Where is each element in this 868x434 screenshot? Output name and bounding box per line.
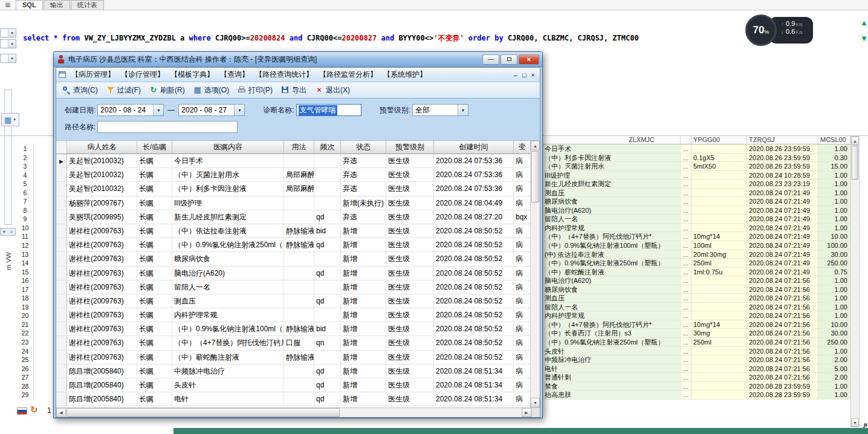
bg-row-number[interactable]: 24	[17, 347, 33, 356]
pin-icon[interactable]	[860, 423, 868, 430]
scrollbar-thumb[interactable]	[66, 408, 340, 417]
bg-table-row[interactable]: （中）0.9%氯化钠注射液250ml（塑瓶） ... 250ml 2020.08…	[543, 338, 850, 347]
bg-cell-more-button[interactable]: ...	[681, 259, 691, 268]
bg-row-number[interactable]: 19	[17, 303, 33, 312]
bg-row-number[interactable]: 6	[17, 189, 33, 198]
bg-table-row[interactable]: （中）（4+7替换）阿托伐他汀钙片* ... 10mg*14 2020.08.2…	[543, 232, 850, 241]
row-selector-cell[interactable]	[56, 280, 67, 294]
tab-sql[interactable]: SQL	[16, 0, 43, 10]
date-from-picker[interactable]: 2020 - 08 - 24 ▼	[97, 104, 164, 116]
bg-table-row[interactable]: （中）0.9%氯化钠注射液100ml（塑瓶） ... 100ml 2020.08…	[543, 241, 850, 250]
query-button[interactable]: 查询(C)	[59, 84, 102, 97]
options-button[interactable]: ▦ 选项(O)	[190, 84, 233, 97]
column-header-tzrqsj[interactable]: TZRQSJ	[747, 136, 818, 144]
bg-table-row[interactable]: 普通针刺 ... 2020.08.24 07:21:56 2.00	[543, 373, 850, 382]
order-row[interactable]: 谢祥柱(2009763) 长嘱 （中）依达拉奉注射液 静脉输液 bid 新增 医…	[56, 224, 530, 238]
bg-table-row[interactable]: 头皮针 ... 2020.08.24 07:21:56 1.00	[543, 347, 850, 356]
order-row[interactable]: 吴起智(2010032) 长嘱 （中）利多卡因注射液 局部麻醉 弃选 医生级 2…	[56, 182, 530, 196]
column-header-status[interactable]: 状态	[341, 141, 386, 154]
window-title-bar[interactable]: 电子病历 沙县总医院 科室：中西医结合科 操作者：陈亮 - [变异医嘱明细查询]…	[54, 52, 542, 67]
bg-cell-more-button[interactable]: ...	[681, 320, 691, 329]
bg-row-number[interactable]: 25	[17, 355, 33, 364]
bg-row-number[interactable]: 22	[17, 329, 33, 338]
bg-table-row[interactable]: 测血压 ... 2020.08.24 07:21:56 1.00	[543, 294, 850, 303]
mdi-minimize-button[interactable]: –	[514, 71, 517, 79]
close-icon[interactable]: ×	[10, 229, 13, 235]
bg-row-number[interactable]: 16	[17, 276, 33, 285]
bg-cell-more-button[interactable]: ...	[681, 347, 691, 356]
bg-table-row[interactable]: （中）蕲蛇酶注射液 ... 1ml:0.75u 2020.08.24 07:21…	[543, 268, 850, 277]
bg-row-number[interactable]: 7	[17, 197, 33, 206]
bg-vertical-scrollbar[interactable]: ▲ ▼	[850, 136, 860, 427]
print-button[interactable]: 打印(P)	[234, 84, 276, 97]
bg-row-number[interactable]: 13	[17, 250, 33, 259]
bg-cell-more-button[interactable]: ...	[681, 364, 691, 374]
bg-cell-more-button[interactable]: ...	[681, 171, 691, 180]
side-combo-2[interactable]: ▼	[0, 39, 16, 48]
order-row[interactable]: 谢祥柱(2009763) 长嘱 脑电治疗(A620) qd 新增 医生级 202…	[56, 267, 530, 280]
warn-level-select[interactable]: 全部 ▼	[412, 104, 468, 116]
row-selector-cell[interactable]	[56, 336, 67, 349]
bg-row-number[interactable]: 2	[17, 154, 33, 163]
menu-item-treatment[interactable]: 【诊疗管理】	[118, 70, 167, 80]
bg-table-row[interactable]: 中频脉冲电治疗 ... 2020.08.24 07:21:56 2.00	[543, 355, 850, 364]
bg-table-row[interactable]: III级护理 ... 2020.08.24 10:28:59 1.00	[543, 171, 850, 180]
bg-cell-more-button[interactable]: ...	[681, 276, 691, 285]
bg-row-number[interactable]: 14	[17, 259, 33, 268]
bg-table-row[interactable]: 糖尿病饮食 ... 2020.08.24 07:21:49 1.00	[543, 197, 850, 206]
bg-cell-more-button[interactable]: ...	[681, 329, 691, 338]
order-row[interactable]: 杨丽萍(2009767) 长嘱 III级护理 新增(未执行) 医生级 2020.…	[56, 196, 530, 210]
bg-cell-more-button[interactable]: ...	[681, 373, 691, 382]
bg-cell-more-button[interactable]: ...	[681, 144, 691, 154]
grid-horizontal-scrollbar[interactable]: ◀ ▶	[56, 407, 540, 417]
column-header-mcsl00[interactable]: MCSL00	[818, 136, 850, 144]
order-row[interactable]: 谢祥柱(2009763) 长嘱 （中）蕲蛇酶注射液 静脉输液 新增 医生级 20…	[56, 351, 530, 364]
row-selector-cell[interactable]	[56, 378, 67, 392]
bg-row-number[interactable]: 18	[17, 294, 33, 303]
row-selector-cell[interactable]	[56, 392, 67, 406]
date-to-picker[interactable]: 2020 - 08 - 27 ▼	[178, 104, 245, 116]
exit-button[interactable]: × 退出(X)	[311, 84, 354, 97]
jump-to-bottom-arrow-icon[interactable]: ▼	[860, 34, 868, 42]
bg-table-row[interactable]: 内科护理常规 ... 2020.08.24 07:21:56 1.00	[543, 311, 850, 320]
column-header-content[interactable]: 医嘱内容	[172, 141, 284, 154]
bg-cell-more-button[interactable]: ...	[681, 224, 691, 233]
column-header-zlxmjc[interactable]: ZLXMJC	[543, 136, 681, 144]
order-row[interactable]: 吴丽琪(2009895) 长嘱 新生儿经皮胆红素测定 qd 弃选 医生级 202…	[56, 210, 530, 224]
order-row[interactable]: 陈昌增(2005840) 长嘱 头皮针 qd 新增 医生级 2020.08.24…	[56, 378, 530, 392]
bg-table-row[interactable]: 禁食 ... 2020.08.28 23:59:59 1.00	[543, 382, 850, 391]
order-row[interactable]: 谢祥柱(2009763) 长嘱 测血压 qd 新增 医生级 2020.08.24…	[56, 294, 530, 308]
menu-item-system[interactable]: 【系统维护】	[380, 70, 430, 80]
export-button[interactable]: 导出	[277, 84, 310, 97]
order-row[interactable]: 谢祥柱(2009763) 长嘱 （中）0.9%氯化钠注射液100ml（塑瓶） 静…	[56, 322, 530, 336]
table-view-button[interactable]: ▦ ▼	[1, 113, 19, 126]
bg-table-row[interactable]: 电针 ... 2020.08.24 07:21:56 5.00	[543, 364, 850, 374]
bg-row-number[interactable]: 27	[17, 373, 33, 382]
bg-table-row[interactable]: (中) 依达拉奉注射液 ... 20ml:30mg 2020.08.24 07:…	[543, 250, 850, 259]
order-row[interactable]: 谢祥柱(2009763) 长嘱 留陪人一名 新增 医生级 2020.08.24 …	[56, 280, 530, 294]
bg-table-row[interactable]: 留陪人一名 ... 2020.08.24 07:21:49 1.00	[543, 215, 850, 224]
refresh-button[interactable]: ↻ 刷新(R)	[146, 84, 189, 97]
bg-table-row[interactable]: 糖尿病饮食 ... 2020.08.24 07:21:56 1.00	[543, 285, 850, 294]
bg-table-row[interactable]: 新生儿经皮胆红素测定 ... 2020.08.23 23:23:19 1.00	[543, 180, 850, 189]
chevron-down-icon[interactable]: ▾	[3, 229, 5, 235]
row-selector-cell[interactable]	[56, 267, 67, 280]
bg-table-row[interactable]: 今日手术 ... 2020.08.26 23:59:59 1.00	[543, 144, 850, 154]
row-selector-cell[interactable]	[56, 168, 67, 181]
scroll-up-arrow[interactable]: ▲	[851, 137, 859, 145]
order-row[interactable]: 谢祥柱(2009763) 长嘱 （中）0.9%氯化钠注射液250ml（塑瓶） 静…	[56, 238, 530, 252]
bg-row-number[interactable]: 12	[17, 241, 33, 250]
row-selector-cell[interactable]	[56, 238, 67, 251]
row-selector-cell[interactable]	[56, 322, 67, 335]
bg-row-number[interactable]: 29	[17, 390, 33, 400]
refresh-tray-icon[interactable]: ↻	[30, 404, 38, 415]
column-header-variant[interactable]: 变	[514, 141, 530, 154]
scrollbar-thumb[interactable]	[852, 146, 858, 180]
row-selector-cell[interactable]	[56, 364, 67, 378]
bg-row-number[interactable]: 10	[17, 224, 33, 233]
row-selector-cell[interactable]	[56, 308, 67, 322]
bg-table-row[interactable]: （中）（4+7替换）阿托伐他汀钙片* ... 10mg*14 2020.08.2…	[543, 320, 850, 329]
menu-item-templates[interactable]: 【模板字典】	[167, 70, 217, 80]
order-row[interactable]: ▶ 吴起智(2010032) 长嘱 今日手术 弃选 医生级 2020.08.24…	[56, 154, 530, 168]
column-header-order-type[interactable]: 长/临嘱	[137, 141, 172, 154]
